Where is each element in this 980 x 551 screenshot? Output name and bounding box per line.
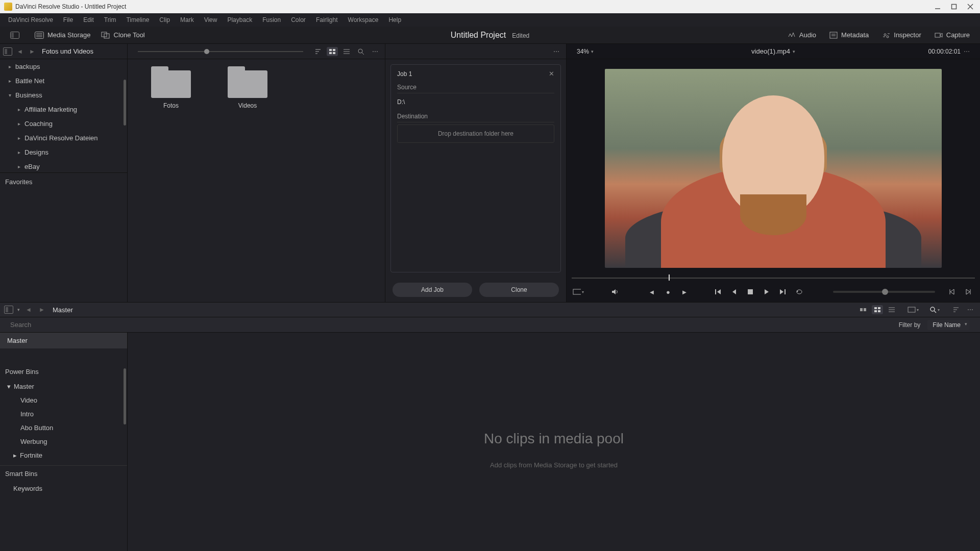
close-job-button[interactable]: ✕	[549, 70, 554, 78]
media-pool-empty[interactable]: No clips in media pool Add clips from Me…	[128, 333, 980, 551]
svg-rect-36	[864, 308, 866, 311]
prev-edit-icon[interactable]: ◄	[646, 287, 657, 296]
search-input[interactable]	[10, 321, 892, 329]
next-edit-icon[interactable]: ►	[679, 287, 690, 296]
tree-item[interactable]: ▸Battle Net	[0, 73, 127, 88]
media-storage-button[interactable]: Media Storage	[30, 29, 96, 41]
bin-item[interactable]: Keywords	[0, 482, 127, 495]
menu-timeline[interactable]: Timeline	[121, 14, 154, 26]
bin-item-label: Video	[20, 396, 37, 404]
loop-button[interactable]	[794, 287, 805, 296]
menu-fusion[interactable]: Fusion	[257, 14, 286, 26]
tree-item[interactable]: ▸backups	[0, 59, 127, 73]
chevron-icon: ▸	[16, 121, 21, 127]
mark-in-button[interactable]	[946, 287, 958, 296]
pool-list-view[interactable]	[886, 305, 897, 314]
bin-item[interactable]: Werbung	[0, 435, 127, 448]
pool-options-button[interactable]: ⋯	[965, 305, 976, 314]
inspector-panel-button[interactable]: Inspector	[877, 29, 926, 41]
destination-dropzone[interactable]: Drop destination folder here	[397, 124, 554, 143]
zoom-dropdown[interactable]: 34%▾	[577, 48, 594, 55]
svg-rect-19	[935, 33, 940, 37]
bin-scrollbar[interactable]	[124, 368, 126, 424]
pool-display-button[interactable]: ▾	[908, 305, 919, 314]
menu-playback[interactable]: Playback	[222, 14, 257, 26]
search-button[interactable]	[355, 47, 366, 56]
svg-point-27	[358, 49, 362, 53]
pool-nav-forward[interactable]: ►	[37, 305, 46, 314]
panel-toggle-button[interactable]	[5, 30, 24, 41]
bin-master[interactable]: Master	[0, 333, 127, 348]
nav-back-button[interactable]: ◄	[15, 47, 24, 56]
svg-rect-30	[715, 289, 716, 294]
pool-nav-back[interactable]: ◄	[24, 305, 33, 314]
thumbnail-view-button[interactable]	[327, 47, 338, 56]
menu-davinci-resolve[interactable]: DaVinci Resolve	[3, 14, 58, 26]
pool-sort-button[interactable]	[950, 305, 962, 314]
nav-forward-button[interactable]: ►	[28, 47, 37, 56]
capture-panel-button[interactable]: Capture	[929, 29, 975, 41]
menu-clip[interactable]: Clip	[154, 14, 175, 26]
play-button[interactable]	[761, 287, 772, 296]
bin-item[interactable]: ▾Master	[0, 380, 127, 393]
mark-out-button[interactable]	[963, 287, 974, 296]
tree-item[interactable]: ▸Designs	[0, 145, 127, 159]
folder-item[interactable]: Fotos	[148, 68, 194, 293]
menu-fairlight[interactable]: Fairlight	[311, 14, 343, 26]
tree-item[interactable]: ▸eBay	[0, 159, 127, 170]
source-viewer: 34%▾ video(1).mp4▾ 00:00:02:01⋯ ▾ ◄ ● ►	[567, 44, 980, 302]
close-button[interactable]	[967, 3, 974, 10]
menu-view[interactable]: View	[199, 14, 223, 26]
tree-item[interactable]: ▸Coaching	[0, 116, 127, 131]
pool-strip-view[interactable]	[857, 305, 869, 314]
menu-help[interactable]: Help	[383, 14, 406, 26]
filter-dropdown[interactable]: File Name	[927, 320, 970, 330]
pool-sidebar-toggle[interactable]	[4, 306, 13, 314]
menu-workspace[interactable]: Workspace	[343, 14, 384, 26]
svg-rect-37	[874, 307, 877, 309]
scrollbar[interactable]	[124, 80, 126, 126]
tree-item[interactable]: ▾Business	[0, 88, 127, 102]
pool-search-button[interactable]: ▾	[929, 305, 940, 314]
menu-color[interactable]: Color	[286, 14, 311, 26]
bin-item[interactable]: Intro	[0, 407, 127, 421]
bin-item[interactable]: Abo Button	[0, 421, 127, 435]
chevron-icon: ▸	[16, 135, 21, 141]
metadata-panel-button[interactable]: Metadata	[824, 29, 874, 41]
clip-name-dropdown[interactable]: video(1).mp4▾	[751, 47, 795, 55]
display-mode-button[interactable]: ▾	[573, 287, 584, 296]
jog-wheel[interactable]	[833, 291, 935, 293]
menu-trim[interactable]: Trim	[99, 14, 121, 26]
sidebar-toggle-button[interactable]	[3, 47, 12, 56]
options-button[interactable]: ⋯	[370, 47, 381, 56]
sort-button[interactable]	[312, 47, 324, 56]
clone-options-button[interactable]: ⋯	[551, 47, 562, 56]
pool-thumb-view[interactable]	[872, 305, 883, 314]
audio-panel-button[interactable]: Audio	[782, 29, 821, 41]
bin-item[interactable]: ▸Fortnite	[0, 448, 127, 462]
list-view-button[interactable]	[341, 47, 352, 56]
add-job-button[interactable]: Add Job	[393, 283, 472, 297]
go-last-button[interactable]	[777, 287, 789, 296]
go-first-button[interactable]	[712, 287, 723, 296]
source-value: D:\	[397, 95, 554, 109]
menu-edit[interactable]: Edit	[78, 14, 99, 26]
tree-item[interactable]: ▸DaVinci Resolve Dateien	[0, 131, 127, 145]
mute-button[interactable]	[609, 287, 621, 296]
scrubber[interactable]	[567, 273, 980, 282]
stop-button[interactable]	[745, 287, 756, 296]
maximize-button[interactable]	[950, 3, 958, 10]
clone-tool-button[interactable]: Clone Tool	[96, 29, 150, 41]
step-back-button[interactable]	[728, 287, 740, 296]
bin-item[interactable]: Video	[0, 393, 127, 407]
media-storage-tree: ◄ ► Fotos und Videos ▸backups▸Battle Net…	[0, 44, 128, 302]
video-preview[interactable]	[605, 69, 942, 268]
clone-button[interactable]: Clone	[479, 283, 559, 297]
folder-item[interactable]: Videos	[225, 68, 271, 293]
minimize-button[interactable]	[934, 3, 941, 10]
thumbnail-size-slider[interactable]	[132, 51, 309, 52]
menu-mark[interactable]: Mark	[175, 14, 199, 26]
marker-dot-icon[interactable]: ●	[663, 287, 674, 296]
tree-item[interactable]: ▸Affiliate Marketing	[0, 102, 127, 116]
menu-file[interactable]: File	[58, 14, 78, 26]
